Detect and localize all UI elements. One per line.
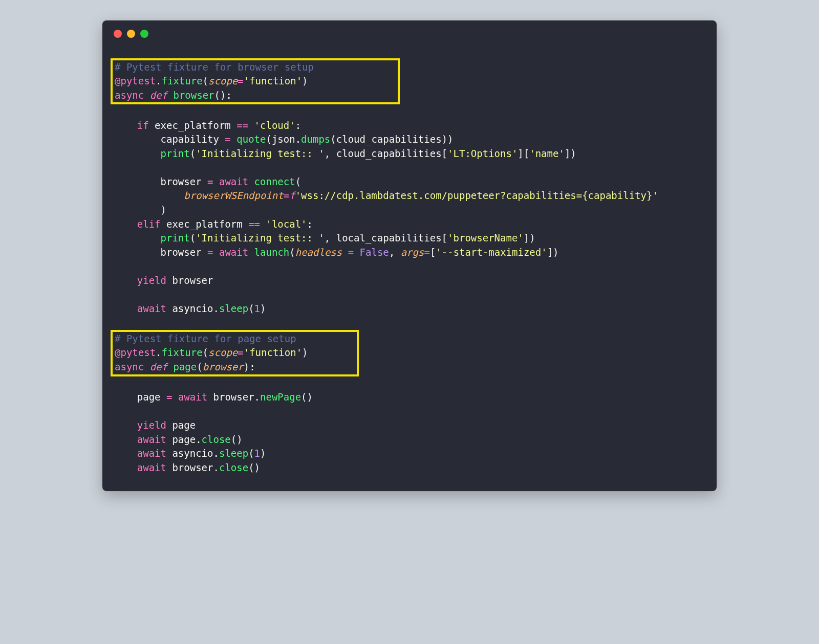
comment-line: # Pytest fixture for page setup — [115, 333, 296, 344]
zoom-icon[interactable] — [140, 30, 148, 38]
comment-line: # Pytest fixture for browser setup — [115, 61, 314, 73]
function-name: page — [173, 361, 197, 372]
window-traffic-lights — [102, 20, 717, 41]
code-window: # Pytest fixture for browser setup @pyte… — [102, 20, 717, 491]
function-name: browser — [173, 90, 214, 101]
close-icon[interactable] — [114, 30, 122, 38]
minimize-icon[interactable] — [127, 30, 135, 38]
code-block: # Pytest fixture for browser setup @pyte… — [102, 41, 717, 479]
highlight-fixture-page: # Pytest fixture for page setup @pytest.… — [111, 330, 359, 376]
highlight-fixture-browser: # Pytest fixture for browser setup @pyte… — [111, 58, 400, 105]
